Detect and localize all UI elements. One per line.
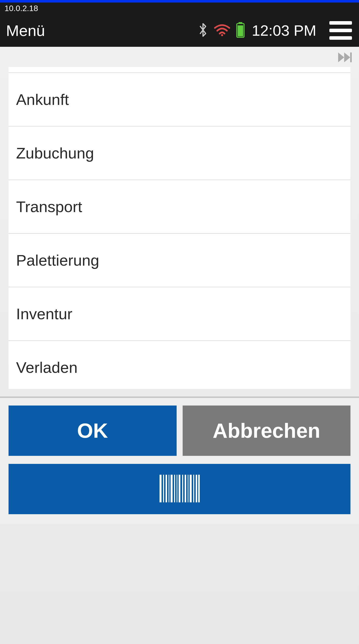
svg-rect-13 bbox=[177, 475, 177, 502]
svg-rect-21 bbox=[198, 475, 200, 502]
svg-rect-17 bbox=[188, 475, 188, 502]
svg-rect-10 bbox=[169, 475, 169, 502]
svg-rect-20 bbox=[196, 475, 197, 502]
menu-item-palettierung[interactable]: Palettierung bbox=[9, 234, 350, 287]
svg-rect-14 bbox=[179, 475, 180, 502]
menu-item-label: Palettierung bbox=[16, 252, 99, 269]
ok-button[interactable]: OK bbox=[9, 406, 177, 456]
hamburger-menu-icon[interactable] bbox=[329, 21, 352, 40]
status-bar: 10.0.2.18 bbox=[0, 3, 359, 14]
svg-rect-8 bbox=[163, 475, 164, 502]
menu-item-label: Inventur bbox=[16, 305, 72, 323]
bluetooth-icon bbox=[197, 22, 209, 39]
wifi-icon bbox=[214, 24, 230, 37]
svg-rect-18 bbox=[190, 475, 192, 502]
menu-item-label: Ankunft bbox=[16, 91, 69, 108]
barcode-icon bbox=[160, 475, 200, 503]
cancel-button[interactable]: Abbrechen bbox=[183, 406, 351, 456]
menu-item-transport[interactable]: Transport bbox=[9, 180, 350, 234]
ip-address: 10.0.2.18 bbox=[5, 4, 38, 13]
menu-list: Ankunft Zubuchung Transport Palettierung… bbox=[9, 67, 350, 389]
page-title: Menü bbox=[6, 22, 197, 39]
menu-item-label: Verladen bbox=[16, 359, 78, 376]
list-top-spacer bbox=[9, 67, 350, 73]
ok-button-label: OK bbox=[77, 419, 108, 442]
menu-item-inventur[interactable]: Inventur bbox=[9, 287, 350, 341]
menu-item-ankunft[interactable]: Ankunft bbox=[9, 73, 350, 127]
content-area: Ankunft Zubuchung Transport Palettierung… bbox=[0, 47, 359, 644]
svg-rect-9 bbox=[166, 475, 167, 502]
top-accent-bar bbox=[0, 0, 359, 3]
svg-rect-11 bbox=[171, 475, 173, 502]
menu-item-zubuchung[interactable]: Zubuchung bbox=[9, 127, 350, 180]
svg-marker-5 bbox=[344, 53, 350, 62]
menu-item-label: Zubuchung bbox=[16, 144, 94, 162]
clock-time: 12:03 PM bbox=[252, 22, 316, 39]
footer: OK Abbrechen bbox=[0, 398, 359, 524]
svg-rect-3 bbox=[238, 25, 243, 36]
svg-rect-6 bbox=[350, 53, 352, 62]
app-header: Menü 12:03 PM bbox=[0, 14, 359, 47]
cancel-button-label: Abbrechen bbox=[213, 419, 320, 442]
button-row: OK Abbrechen bbox=[9, 406, 350, 456]
svg-rect-16 bbox=[185, 475, 186, 502]
svg-rect-19 bbox=[193, 475, 194, 502]
svg-rect-12 bbox=[174, 475, 175, 502]
skip-forward-icon[interactable] bbox=[337, 51, 352, 64]
barcode-scan-button[interactable] bbox=[9, 464, 350, 514]
svg-point-0 bbox=[221, 34, 223, 36]
svg-marker-4 bbox=[338, 53, 344, 62]
menu-item-verladen[interactable]: Verladen bbox=[9, 341, 350, 389]
svg-rect-15 bbox=[182, 475, 183, 502]
header-icons: 12:03 PM bbox=[197, 21, 352, 40]
battery-icon bbox=[236, 22, 245, 39]
svg-rect-7 bbox=[160, 475, 162, 502]
menu-item-label: Transport bbox=[16, 198, 82, 215]
